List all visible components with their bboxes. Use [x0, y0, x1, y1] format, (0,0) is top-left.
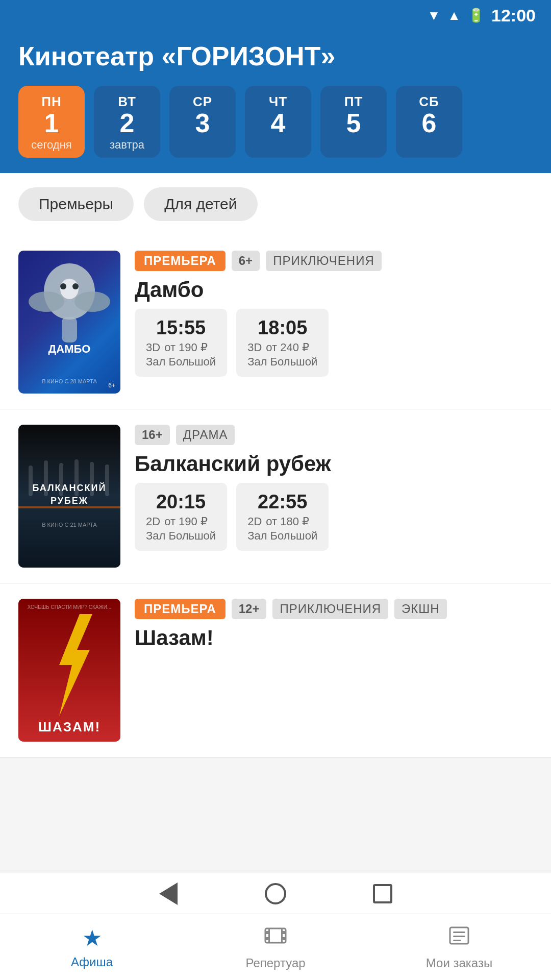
back-button[interactable] [156, 881, 181, 906]
movie-tags: ПРЕМЬЕРА12+ПРИКЛЮЧЕНИЯЭКШН [135, 599, 533, 619]
showtime-btn-dumbo-1[interactable]: 18:05 3D от 240 ₽ Зал Большой [236, 309, 329, 377]
svg-text:В КИНО С 28 МАРТА: В КИНО С 28 МАРТА [42, 378, 97, 384]
day-item-sat[interactable]: СБ 6 [396, 86, 462, 158]
svg-rect-3 [62, 317, 77, 342]
svg-text:БАЛКАНСКИЙ: БАЛКАНСКИЙ [33, 482, 107, 493]
day-item-thu[interactable]: ЧТ 4 [245, 86, 311, 158]
showtime-time: 15:55 [146, 317, 216, 339]
svg-text:В КИНО С 21 МАРТА: В КИНО С 21 МАРТА [42, 522, 97, 528]
showtimes-dumbo: 15:55 3D от 190 ₽ Зал Большой 18:05 3D о… [135, 309, 533, 377]
back-icon [159, 883, 178, 905]
day-name: ЧТ [269, 94, 287, 110]
svg-rect-30 [268, 928, 270, 943]
svg-rect-31 [281, 928, 283, 943]
showtime-price: от 190 ₽ [164, 515, 208, 528]
movie-info-shazam: ПРЕМЬЕРА12+ПРИКЛЮЧЕНИЯЭКШН Шазам! [135, 599, 533, 742]
nav-label-repertuar: Репертуар [245, 956, 305, 970]
showtime-details: 2D от 190 ₽ [146, 515, 216, 528]
status-bar: ▼ ▲ 🔋 12:00 [0, 0, 551, 31]
header: Кинотеатр «ГОРИЗОНТ» [0, 31, 551, 86]
svg-point-5 [60, 283, 66, 289]
svg-rect-34 [453, 936, 465, 937]
day-item-fri[interactable]: ПТ 5 [320, 86, 387, 158]
movie-poster-balkan[interactable]: БАЛКАНСКИЙ РУБЕЖ В КИНО С 21 МАРТА [18, 425, 120, 568]
movie-info-balkan: 16+ДРАМА Балканский рубеж 20:15 2D от 19… [135, 425, 533, 568]
tag-premiere: ПРЕМЬЕРА [135, 599, 226, 619]
svg-rect-11 [18, 506, 120, 508]
day-item-wed[interactable]: СР 3 [169, 86, 236, 158]
day-number: 3 [195, 110, 210, 136]
svg-text:ШАЗАМ!: ШАЗАМ! [38, 719, 101, 734]
day-label: завтра [110, 138, 144, 152]
tag-premiere: ПРЕМЬЕРА [135, 251, 226, 271]
showtime-btn-dumbo-0[interactable]: 15:55 3D от 190 ₽ Зал Большой [135, 309, 227, 377]
svg-text:6+: 6+ [108, 382, 115, 389]
filter-tab-premieres[interactable]: Премьеры [18, 187, 134, 221]
svg-point-2 [74, 291, 110, 312]
android-nav [0, 873, 551, 914]
svg-rect-35 [453, 940, 461, 941]
showtime-hall: Зал Большой [146, 529, 216, 543]
showtime-format: 2D [146, 515, 160, 528]
movie-info-dumbo: ПРЕМЬЕРА6+ПРИКЛЮЧЕНИЯ Дамбо 15:55 3D от … [135, 251, 533, 394]
day-name: ВТ [118, 94, 136, 110]
movie-poster-shazam[interactable]: ШАЗАМ! ХОЧЕШЬ СПАСТИ МИР? СКАЖИ... [18, 599, 120, 742]
day-picker: ПН 1 сегодня ВТ 2 завтра СР 3 ЧТ 4 ПТ 5 … [0, 86, 551, 173]
day-number: 5 [346, 110, 361, 136]
nav-label-afisha: Афиша [71, 955, 113, 969]
filter-tabs: ПремьерыДля детей [0, 173, 551, 235]
tag-genre: ПРИКЛЮЧЕНИЯ [272, 599, 388, 619]
showtime-details: 3D от 240 ₽ [247, 341, 317, 354]
tag-age: 16+ [135, 425, 170, 445]
star-icon: ★ [82, 925, 102, 951]
header-title: Кинотеатр «ГОРИЗОНТ» [18, 41, 533, 71]
day-item-tue[interactable]: ВТ 2 завтра [94, 86, 160, 158]
svg-rect-20 [105, 464, 109, 496]
day-name: СР [193, 94, 212, 110]
day-label [428, 138, 431, 152]
svg-rect-18 [74, 459, 79, 496]
recent-button[interactable] [370, 881, 395, 906]
filter-tab-for-kids[interactable]: Для детей [144, 187, 257, 221]
svg-rect-26 [265, 931, 268, 934]
tag-genre: ПРИКЛЮЧЕНИЯ [266, 251, 382, 271]
day-item-mon[interactable]: ПН 1 сегодня [18, 86, 85, 158]
status-time: 12:00 [491, 6, 536, 26]
movie-tags: 16+ДРАМА [135, 425, 533, 445]
nav-item-orders[interactable]: Мои заказы [367, 914, 551, 980]
recent-icon [373, 884, 392, 903]
movie-item-dumbo: ДАМБО В КИНО С 28 МАРТА 6+ ПРЕМЬЕРА6+ПРИ… [0, 235, 551, 409]
svg-point-1 [29, 291, 64, 312]
orders-icon [448, 924, 470, 952]
showtime-price: от 240 ₽ [266, 341, 309, 354]
home-icon [265, 883, 286, 904]
home-button[interactable] [263, 881, 288, 906]
day-label [352, 138, 355, 152]
battery-icon: 🔋 [468, 8, 484, 23]
showtime-btn-balkan-0[interactable]: 20:15 2D от 190 ₽ Зал Большой [135, 483, 227, 551]
day-name: СБ [419, 94, 439, 110]
movie-tags: ПРЕМЬЕРА6+ПРИКЛЮЧЕНИЯ [135, 251, 533, 271]
showtime-btn-balkan-1[interactable]: 22:55 2D от 180 ₽ Зал Большой [236, 483, 329, 551]
showtime-hall: Зал Большой [146, 355, 216, 369]
movie-item-shazam: ШАЗАМ! ХОЧЕШЬ СПАСТИ МИР? СКАЖИ... ПРЕМЬ… [0, 583, 551, 757]
tag-age: 12+ [232, 599, 267, 619]
svg-point-6 [72, 283, 79, 289]
movie-poster-dumbo[interactable]: ДАМБО В КИНО С 28 МАРТА 6+ [18, 251, 120, 394]
nav-item-repertuar[interactable]: Репертуар [184, 914, 367, 980]
showtimes-balkan: 20:15 2D от 190 ₽ Зал Большой 22:55 2D о… [135, 483, 533, 551]
status-icons: ▼ ▲ 🔋 12:00 [428, 6, 536, 26]
showtime-price: от 190 ₽ [164, 341, 208, 354]
tag-age: 6+ [232, 251, 260, 271]
svg-rect-17 [59, 463, 63, 496]
showtime-time: 18:05 [247, 317, 317, 339]
movie-list: ДАМБО В КИНО С 28 МАРТА 6+ ПРЕМЬЕРА6+ПРИ… [0, 235, 551, 757]
day-number: 1 [44, 110, 59, 136]
showtime-time: 22:55 [247, 491, 317, 513]
nav-item-afisha[interactable]: ★ Афиша [0, 914, 184, 980]
svg-text:ДАМБО: ДАМБО [48, 342, 91, 355]
showtime-format: 3D [247, 341, 262, 354]
film-icon [264, 924, 287, 952]
svg-rect-15 [29, 465, 33, 496]
day-number: 6 [422, 110, 437, 136]
